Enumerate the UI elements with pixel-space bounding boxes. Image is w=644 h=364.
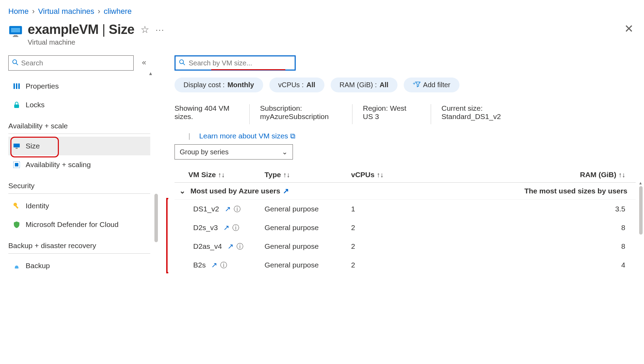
sort-icon: ↑↓: [618, 171, 625, 179]
add-filter-icon: +: [413, 81, 420, 89]
sidebar-item-label: Locks: [26, 101, 45, 109]
external-link-icon: ⧉: [290, 132, 295, 140]
vm-type: General purpose: [265, 242, 351, 251]
table-row[interactable]: D2as_v4↗ⓘGeneral purpose28: [175, 237, 636, 256]
svg-rect-10: [14, 144, 20, 147]
chevron-right-icon: ›: [98, 7, 100, 16]
chevron-down-icon[interactable]: ⌄: [175, 187, 190, 195]
close-button[interactable]: ✕: [624, 22, 636, 35]
trend-up-icon: ↗: [227, 242, 234, 251]
cloud-backup-icon: [12, 262, 21, 270]
sidebar-item-backup[interactable]: Backup: [8, 256, 150, 275]
sidebar-item-availability-scaling[interactable]: Availability + scaling: [8, 155, 150, 174]
favorite-button[interactable]: ☆: [141, 24, 149, 35]
sidebar-item-defender[interactable]: Microsoft Defender for Cloud: [8, 215, 150, 234]
table-row[interactable]: D2s_v3↗ⓘGeneral purpose28: [175, 218, 636, 237]
collapse-sidebar-button[interactable]: «: [142, 58, 146, 67]
scrollbar[interactable]: [639, 186, 643, 235]
group-by-select[interactable]: Group by series ⌄: [175, 144, 293, 160]
vm-ram: 8: [441, 224, 636, 232]
scroll-up-icon[interactable]: ▲: [638, 181, 643, 185]
info-icon[interactable]: ⓘ: [232, 223, 239, 233]
info-icon[interactable]: ⓘ: [234, 204, 241, 214]
vm-icon: [12, 142, 21, 150]
sidebar: « ▲ Properties Locks Availability + scal…: [0, 53, 152, 275]
trend-up-icon: ↗: [225, 205, 231, 213]
trend-up-icon: ↗: [283, 187, 289, 195]
sidebar-item-label: Identity: [26, 202, 49, 210]
column-vm-size[interactable]: VM Size ↑↓: [175, 171, 265, 179]
sidebar-search-input[interactable]: [21, 59, 130, 67]
add-filter-button[interactable]: + Add filter: [404, 78, 459, 92]
vm-size-search-input[interactable]: [189, 59, 291, 67]
vm-type: General purpose: [265, 224, 351, 232]
svg-rect-11: [16, 148, 18, 149]
annotation-bracket: [166, 198, 168, 273]
info-showing: Showing 404 VM sizes.: [175, 104, 244, 124]
info-icon[interactable]: ⓘ: [220, 261, 227, 270]
search-icon: [179, 59, 185, 67]
vm-vcpus: 2: [351, 261, 441, 269]
key-icon: [12, 202, 21, 210]
sidebar-item-label: Properties: [26, 82, 59, 90]
vm-ram: 3.5: [441, 205, 636, 213]
breadcrumb: Home › Virtual machines › cliwhere: [0, 0, 644, 16]
lock-icon: [12, 101, 21, 109]
vm-vcpus: 2: [351, 224, 441, 232]
sidebar-item-size[interactable]: Size: [8, 137, 150, 155]
more-button[interactable]: ···: [155, 25, 164, 35]
svg-rect-3: [13, 36, 18, 37]
svg-rect-1: [11, 28, 20, 33]
page-header: exampleVM | Size ☆ ··· Virtual machine ✕: [0, 16, 644, 46]
svg-line-17: [183, 63, 185, 65]
table-group-header[interactable]: ⌄ Most used by Azure users ↗ The most us…: [175, 182, 636, 200]
vm-size-table: VM Size ↑↓ Type ↑↓ vCPUs ↑↓ RAM (GiB) ↑↓…: [175, 167, 636, 274]
svg-line-5: [16, 63, 18, 65]
learn-more-link[interactable]: Learn more about VM sizes⧉: [199, 132, 295, 140]
annotation-underline: [211, 69, 285, 70]
sidebar-section-availability: Availability + scale: [8, 114, 150, 134]
svg-point-16: [180, 60, 184, 63]
vm-ram: 8: [441, 242, 636, 251]
chevron-right-icon: ›: [32, 7, 35, 16]
filter-ram[interactable]: RAM (GiB) : All: [331, 78, 397, 92]
sidebar-search[interactable]: [8, 55, 134, 71]
chevron-down-icon: ⌄: [282, 148, 288, 156]
info-region: Region: West US 3: [363, 104, 425, 124]
vm-ram: 4: [441, 261, 636, 269]
resource-type: Virtual machine: [28, 38, 164, 46]
filter-vcpus[interactable]: vCPUs : All: [269, 78, 324, 92]
column-type[interactable]: Type ↑↓: [265, 171, 351, 179]
trend-up-icon: ↗: [223, 224, 230, 232]
sort-icon: ↑↓: [283, 171, 290, 179]
svg-rect-9: [14, 104, 19, 108]
vm-vcpus: 1: [351, 205, 441, 213]
main-content: Display cost : Monthly vCPUs : All RAM (…: [152, 53, 644, 275]
sidebar-item-label: Size: [26, 142, 40, 150]
sidebar-item-properties[interactable]: Properties: [8, 77, 150, 95]
column-vcpus[interactable]: vCPUs ↑↓: [351, 171, 441, 179]
svg-rect-2: [14, 35, 18, 36]
info-icon[interactable]: ⓘ: [236, 242, 243, 251]
column-ram[interactable]: RAM (GiB) ↑↓: [441, 171, 636, 179]
vm-size-search[interactable]: [175, 55, 296, 71]
filter-display-cost[interactable]: Display cost : Monthly: [175, 78, 263, 92]
sidebar-item-locks[interactable]: Locks: [8, 95, 150, 114]
table-row[interactable]: DS1_v2↗ⓘGeneral purpose13.5: [175, 200, 636, 218]
table-row[interactable]: B2s↗ⓘGeneral purpose24: [175, 256, 636, 274]
vm-size-name: B2s: [193, 261, 206, 269]
search-icon: [12, 59, 18, 67]
shield-icon: [12, 220, 21, 229]
sidebar-section-security: Security: [8, 174, 150, 194]
breadcrumb-home[interactable]: Home: [8, 7, 29, 16]
vm-vcpus: 2: [351, 242, 441, 251]
page-title: exampleVM | Size: [28, 22, 134, 37]
sidebar-item-identity[interactable]: Identity: [8, 197, 150, 215]
svg-rect-8: [18, 83, 20, 89]
vm-size-name: D2s_v3: [193, 224, 218, 232]
breadcrumb-vms[interactable]: Virtual machines: [38, 7, 94, 16]
info-subscription: Subscription:myAzureSubscription: [260, 104, 347, 124]
breadcrumb-resource[interactable]: cliwhere: [104, 7, 132, 16]
svg-rect-7: [16, 83, 17, 89]
sort-icon: ↑↓: [218, 171, 225, 179]
